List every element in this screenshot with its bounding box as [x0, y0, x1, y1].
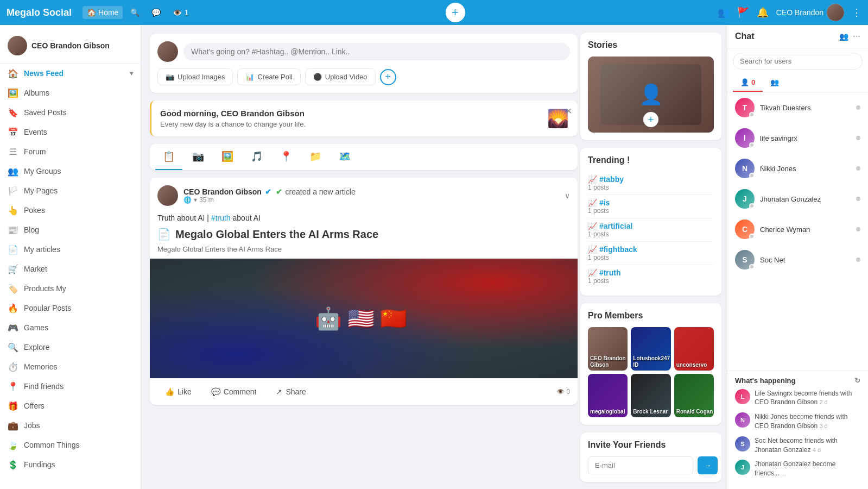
chat-online-dot [856, 258, 860, 262]
right-panel: Stories 👤 + Trending ! 📈 #tabby 1 posts … [575, 25, 727, 489]
whats-happening-list: L Life Savingrx become friends with CEO … [735, 389, 860, 478]
share-button[interactable]: ↗ Share [268, 384, 313, 399]
post-hashtag[interactable]: #truth [211, 214, 231, 222]
like-button[interactable]: 👍 Like [157, 384, 199, 399]
nav-arrow: ▾ [130, 70, 133, 77]
trending-tag[interactable]: 📈 #is [588, 198, 714, 207]
header-nav: 🏠 Home 🔍 💬 👁️ 1 [83, 6, 193, 19]
post-input[interactable] [183, 43, 570, 60]
camera-icon: 📷 [166, 73, 174, 81]
messages-nav-item[interactable]: 💬 [147, 6, 165, 19]
news-feed-icon: 🏠 [8, 68, 18, 79]
sidebar-item-events[interactable]: 📅 Events [0, 122, 141, 142]
upload-video-button[interactable]: ⚫ Upload Video [305, 68, 376, 85]
sidebar-item-saved-posts[interactable]: 🔖 Saved Posts [0, 103, 141, 122]
chat-username: Soc Net [760, 256, 851, 264]
friends-icon[interactable]: 👥 [718, 7, 730, 18]
sidebar-avatar [8, 36, 27, 55]
sidebar-item-offers[interactable]: 🎁 Offers [0, 396, 141, 416]
sidebar-item-blog[interactable]: 📰 Blog [0, 220, 141, 240]
chat-user-item[interactable]: T Tikvah Duesters [727, 92, 868, 123]
greeting-close-button[interactable]: ✕ [565, 106, 572, 116]
sidebar-item-pokes[interactable]: 👆 Pokes [0, 200, 141, 220]
add-content-button[interactable]: + [446, 3, 465, 22]
create-poll-button[interactable]: 📊 Create Poll [237, 68, 300, 85]
pro-member-card[interactable]: Brock Lesnar [631, 374, 670, 417]
views-nav-item[interactable]: 👁️ 1 [168, 6, 193, 19]
trending-posts: 1 posts [588, 207, 714, 215]
whats-happening-title: What's happening ↻ [735, 377, 860, 385]
tab-files[interactable]: 📁 [302, 144, 329, 170]
sidebar-item-market[interactable]: 🛒 Market [0, 259, 141, 279]
invite-email-input[interactable] [588, 456, 693, 474]
trending-tag[interactable]: 📈 #tabby [588, 175, 714, 184]
chat-options-icon[interactable]: ⋯ [853, 32, 860, 41]
trending-tag[interactable]: 📈 #artificial [588, 222, 714, 230]
pro-member-card[interactable]: Lotusbook247 ID [631, 327, 670, 371]
tab-posts[interactable]: 📋 [155, 144, 182, 170]
my-articles-label: My articles [24, 245, 60, 254]
pro-member-card[interactable]: megaloglobal [588, 374, 628, 417]
sidebar-item-my-pages[interactable]: 🏳️ My Pages [0, 181, 141, 200]
more-options-icon[interactable]: ⋮ [852, 7, 861, 18]
header-user[interactable]: CEO Brandon [776, 4, 844, 21]
chat-tab-online[interactable]: 👤 0 [733, 74, 763, 92]
comment-button[interactable]: 💬 Comment [204, 384, 264, 399]
search-nav-item[interactable]: 🔍 [126, 6, 144, 19]
sidebar-item-games[interactable]: 🎮 Games [0, 318, 141, 337]
upload-images-button[interactable]: 📷 Upload Images [157, 68, 233, 85]
more-post-options-button[interactable]: + [380, 69, 396, 85]
chat-tab-all[interactable]: 👥 [763, 74, 787, 92]
chat-search-input[interactable] [733, 53, 863, 70]
chat-user-item[interactable]: S Soc Net [727, 244, 868, 275]
sidebar-item-jobs[interactable]: 💼 Jobs [0, 416, 141, 435]
header-avatar [827, 4, 844, 21]
sidebar-item-fundings[interactable]: 💲 Fundings [0, 455, 141, 474]
chat-user-item[interactable]: C Cherice Wyman [727, 214, 868, 244]
story-card[interactable]: 👤 + [588, 57, 714, 133]
wh-avatar: N [735, 412, 750, 428]
chat-add-user-icon[interactable]: 👥 [839, 32, 848, 41]
post-meta: 🌐 ▾ 35 m [183, 196, 559, 204]
pro-member-card[interactable]: CEO Brandon Gibson [588, 327, 628, 371]
sidebar-item-forum[interactable]: ☰ Forum [0, 142, 141, 161]
tab-location[interactable]: 📍 [273, 144, 300, 170]
sidebar-item-popular-posts[interactable]: 🔥 Popular Posts [0, 298, 141, 318]
tab-music[interactable]: 🎵 [243, 144, 270, 170]
sidebar-user[interactable]: CEO Brandon Gibson [0, 30, 141, 64]
bell-icon[interactable]: 🔔 [757, 7, 769, 18]
trending-tag[interactable]: 📈 #fightback [588, 245, 714, 254]
header-right: 👥 🚩 🔔 CEO Brandon ⋮ [718, 4, 861, 21]
invite-send-button[interactable]: → [698, 456, 718, 474]
trending-tag[interactable]: 📈 #truth [588, 268, 714, 277]
home-nav-item[interactable]: 🏠 Home [83, 6, 123, 19]
chat-avatar: S [735, 250, 755, 269]
sidebar-item-common-things[interactable]: 🍃 Common Things [0, 435, 141, 455]
greeting-banner: Good morning, CEO Brandon Gibson Every n… [150, 101, 578, 136]
post-text: Truth about AI | #truth about AI [150, 214, 578, 228]
games-label: Games [24, 323, 48, 332]
tab-images[interactable]: 🖼️ [214, 144, 241, 170]
tab-media[interactable]: 📷 [185, 144, 212, 170]
share-icon: ↗ [276, 387, 282, 396]
pro-member-card[interactable]: Ronald Cogan [674, 374, 714, 417]
pro-member-card[interactable]: unconservo [674, 327, 714, 371]
sidebar-item-my-products[interactable]: 🏷️ Products My [0, 279, 141, 298]
offers-label: Offers [24, 402, 45, 410]
sidebar-item-explore[interactable]: 🔍 Explore [0, 337, 141, 357]
add-story-button[interactable]: + [643, 112, 658, 127]
notifications-flag-icon[interactable]: 🚩 [737, 7, 749, 18]
sidebar-item-news-feed[interactable]: 🏠 News Feed ▾ [0, 64, 141, 83]
tab-map[interactable]: 🗺️ [331, 144, 358, 170]
my-products-label: Products My [24, 284, 66, 293]
chat-user-item[interactable]: N Nikki Jones [727, 153, 868, 184]
chat-user-item[interactable]: l life savingrx [727, 123, 868, 153]
chat-user-item[interactable]: J Jhonatan Gonzalez [727, 184, 868, 214]
sidebar-item-albums[interactable]: 🖼️ Albums [0, 83, 141, 103]
refresh-wh-icon[interactable]: ↻ [854, 377, 860, 385]
sidebar-item-find-friends[interactable]: 📍 Find friends [0, 377, 141, 396]
post-options-button[interactable]: ∨ [565, 191, 570, 200]
sidebar-item-memories[interactable]: ⏱️ Memories [0, 357, 141, 377]
sidebar-item-my-articles[interactable]: 📄 My articles [0, 240, 141, 259]
sidebar-item-my-groups[interactable]: 👥 My Groups [0, 161, 141, 181]
